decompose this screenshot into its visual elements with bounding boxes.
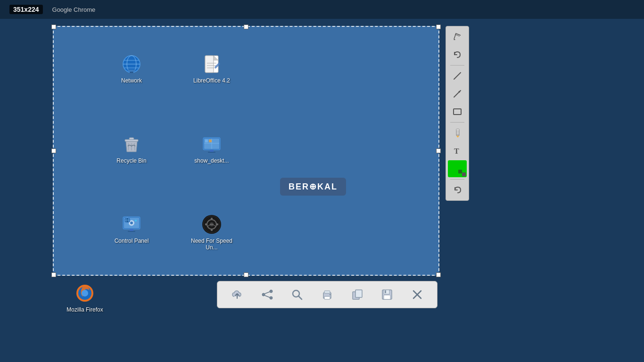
desktop-icon-libreoffice[interactable]: LibreOffice 4.2 bbox=[190, 53, 233, 84]
line-tool-button[interactable] bbox=[448, 67, 467, 84]
handle-bottom-center[interactable] bbox=[244, 272, 248, 277]
firefox-label: Mozilla Firefox bbox=[66, 306, 103, 313]
svg-point-66 bbox=[329, 294, 330, 296]
toolbar-divider-2 bbox=[450, 122, 464, 123]
svg-rect-47 bbox=[454, 109, 461, 115]
svg-line-59 bbox=[265, 292, 270, 294]
svg-rect-12 bbox=[125, 140, 138, 141]
svg-rect-32 bbox=[128, 231, 135, 232]
libreoffice-icon bbox=[200, 53, 223, 75]
share-button[interactable] bbox=[257, 284, 278, 305]
svg-rect-23 bbox=[205, 140, 208, 142]
recycle-bin-icon bbox=[120, 133, 143, 156]
svg-rect-41 bbox=[211, 229, 213, 231]
svg-marker-49 bbox=[456, 136, 459, 138]
selection-box: Network LibreOffice 4.2 bbox=[53, 26, 439, 276]
color-picker-button[interactable] bbox=[448, 160, 467, 177]
svg-line-60 bbox=[265, 296, 270, 297]
svg-point-30 bbox=[135, 220, 137, 222]
desktop-icon-control-panel[interactable]: Control Panel bbox=[110, 213, 153, 244]
handle-middle-left[interactable] bbox=[51, 148, 56, 153]
rectangle-tool-button[interactable] bbox=[448, 103, 467, 120]
svg-line-62 bbox=[298, 296, 302, 299]
berokal-text: BER⊕KAL bbox=[289, 182, 338, 191]
app-name: Google Chrome bbox=[52, 6, 96, 13]
desktop-icon-recycle-bin[interactable]: Recycle Bin bbox=[110, 133, 153, 164]
svg-rect-43 bbox=[216, 223, 218, 225]
svg-rect-70 bbox=[384, 290, 389, 294]
svg-line-45 bbox=[454, 73, 461, 79]
save-button[interactable] bbox=[377, 284, 397, 305]
toolbar-divider-3 bbox=[450, 179, 464, 180]
svg-rect-24 bbox=[209, 140, 212, 142]
pencil-tool-button[interactable] bbox=[448, 124, 467, 141]
desktop-icon-show-desktop[interactable]: show_deskt... bbox=[190, 133, 233, 164]
desktop-icon-firefox[interactable]: Mozilla Firefox bbox=[66, 282, 104, 313]
svg-point-57 bbox=[270, 290, 272, 293]
handle-bottom-left[interactable] bbox=[51, 272, 56, 277]
text-tool-button[interactable]: T bbox=[448, 142, 467, 159]
close-button[interactable] bbox=[407, 284, 428, 305]
svg-point-56 bbox=[262, 293, 265, 296]
bottom-toolbar bbox=[217, 281, 438, 308]
svg-rect-31 bbox=[130, 229, 133, 231]
svg-rect-42 bbox=[205, 223, 207, 225]
copy-button[interactable] bbox=[347, 284, 368, 305]
recycle-bin-label: Recycle Bin bbox=[116, 157, 146, 164]
svg-rect-40 bbox=[211, 218, 213, 220]
show-desktop-label: show_deskt... bbox=[194, 157, 229, 164]
libreoffice-label: LibreOffice 4.2 bbox=[193, 77, 230, 84]
handle-middle-right[interactable] bbox=[436, 148, 441, 153]
svg-rect-64 bbox=[324, 291, 330, 293]
annotate-button[interactable] bbox=[448, 28, 467, 45]
svg-rect-54 bbox=[458, 170, 462, 173]
undo-button[interactable] bbox=[448, 181, 467, 198]
undo-rotate-button[interactable] bbox=[448, 46, 467, 63]
svg-rect-22 bbox=[208, 152, 215, 153]
desktop-icon-network[interactable]: Network bbox=[110, 53, 153, 84]
show-desktop-icon bbox=[200, 133, 223, 156]
nfs-icon bbox=[200, 213, 223, 236]
right-toolbar: T bbox=[446, 26, 469, 201]
svg-rect-65 bbox=[324, 296, 330, 299]
svg-rect-21 bbox=[210, 150, 214, 152]
upload-button[interactable] bbox=[227, 284, 248, 305]
firefox-icon bbox=[74, 282, 96, 304]
svg-point-58 bbox=[270, 296, 272, 299]
svg-rect-5 bbox=[128, 70, 135, 72]
svg-rect-13 bbox=[129, 138, 134, 140]
dimension-badge: 351x224 bbox=[9, 5, 43, 14]
print-button[interactable] bbox=[317, 284, 338, 305]
network-icon bbox=[120, 53, 143, 75]
berokal-badge: BER⊕KAL bbox=[280, 178, 346, 196]
svg-rect-50 bbox=[456, 129, 459, 131]
svg-rect-68 bbox=[355, 290, 362, 297]
desktop-icon-nfs[interactable]: Need For Speed Un... bbox=[190, 213, 233, 251]
svg-rect-72 bbox=[384, 295, 390, 299]
toolbar-divider-1 bbox=[450, 65, 464, 66]
svg-point-77 bbox=[82, 290, 88, 296]
svg-rect-8 bbox=[205, 56, 214, 73]
handle-top-right[interactable] bbox=[436, 25, 441, 29]
nfs-label: Need For Speed Un... bbox=[190, 238, 233, 251]
svg-rect-71 bbox=[385, 290, 386, 293]
handle-top-left[interactable] bbox=[51, 25, 56, 29]
top-bar: 351x224 Google Chrome bbox=[0, 0, 644, 19]
svg-point-28 bbox=[130, 222, 133, 224]
search-google-button[interactable] bbox=[287, 284, 307, 305]
arrow-tool-button[interactable] bbox=[448, 85, 467, 102]
control-panel-icon bbox=[120, 213, 143, 236]
svg-rect-6 bbox=[130, 72, 133, 73]
svg-text:T: T bbox=[454, 147, 459, 155]
network-label: Network bbox=[121, 77, 142, 84]
handle-bottom-right[interactable] bbox=[436, 272, 441, 277]
control-panel-label: Control Panel bbox=[115, 238, 149, 244]
handle-top-center[interactable] bbox=[244, 25, 248, 29]
